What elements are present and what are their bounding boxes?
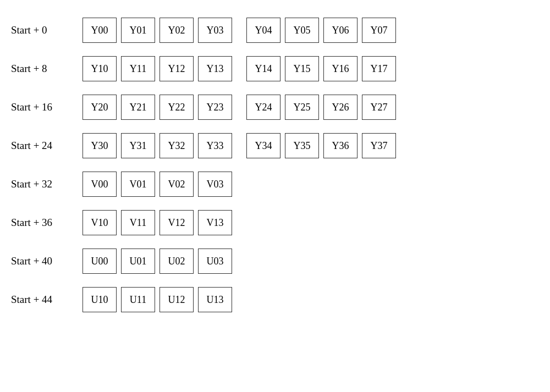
register-cell: Y20 (82, 95, 117, 120)
register-cell: Y27 (362, 95, 396, 120)
register-cell: U02 (160, 249, 194, 274)
cells-inner: Y00Y01Y02Y03Y04Y05Y06Y07 (82, 18, 544, 43)
table-row: Start + 24Y30Y31Y32Y33Y34Y35Y36Y37 (6, 126, 544, 165)
table-row: Start + 16Y20Y21Y22Y23Y24Y25Y26Y27 (6, 88, 544, 126)
register-cell: V11 (121, 210, 155, 235)
register-cell: Y31 (121, 133, 155, 158)
register-cell: V10 (82, 210, 117, 235)
register-cell: V02 (160, 172, 194, 197)
register-cell: Y25 (285, 95, 319, 120)
main-table: Start + 0Y00Y01Y02Y03Y04Y05Y06Y07Start +… (6, 11, 544, 319)
register-cell: Y35 (285, 133, 319, 158)
register-cell: U13 (198, 287, 232, 312)
table-row: Start + 40U00U01U02U03 (6, 242, 544, 280)
row-label: Start + 32 (6, 165, 82, 203)
register-cell: Y01 (121, 18, 155, 43)
row-label: Start + 8 (6, 49, 82, 88)
register-cell: V12 (160, 210, 194, 235)
table-row: Start + 0Y00Y01Y02Y03Y04Y05Y06Y07 (6, 11, 544, 49)
register-cell: V00 (82, 172, 117, 197)
row-label: Start + 40 (6, 242, 82, 280)
table-row: Start + 36V10V11V12V13 (6, 203, 544, 242)
cells-group: Y00Y01Y02Y03Y04Y05Y06Y07 (82, 11, 544, 49)
cells-inner: U00U01U02U03 (82, 249, 544, 274)
cells-group: U10U11U12U13 (82, 280, 544, 319)
register-cell: Y14 (246, 56, 280, 81)
register-cell: V03 (198, 172, 232, 197)
register-cell: Y17 (362, 56, 396, 81)
table-row: Start + 32V00V01V02V03 (6, 165, 544, 203)
register-cell: U03 (198, 249, 232, 274)
register-cell: Y00 (82, 18, 117, 43)
cells-inner: V00V01V02V03 (82, 172, 544, 197)
register-cell: Y22 (160, 95, 194, 120)
register-cell: U12 (160, 287, 194, 312)
cells-group: Y10Y11Y12Y13Y14Y15Y16Y17 (82, 49, 544, 88)
cells-group: V00V01V02V03 (82, 165, 544, 203)
register-cell: Y21 (121, 95, 155, 120)
register-cell: U01 (121, 249, 155, 274)
cells-inner: Y10Y11Y12Y13Y14Y15Y16Y17 (82, 56, 544, 81)
register-cell: Y12 (160, 56, 194, 81)
row-label: Start + 0 (6, 11, 82, 49)
register-cell: Y05 (285, 18, 319, 43)
register-cell: U00 (82, 249, 117, 274)
cells-group: Y20Y21Y22Y23Y24Y25Y26Y27 (82, 88, 544, 126)
register-cell: V01 (121, 172, 155, 197)
cells-inner: U10U11U12U13 (82, 287, 544, 312)
register-cell: Y37 (362, 133, 396, 158)
cells-inner: Y30Y31Y32Y33Y34Y35Y36Y37 (82, 133, 544, 158)
row-label: Start + 36 (6, 203, 82, 242)
register-cell: U11 (121, 287, 155, 312)
cells-inner: V10V11V12V13 (82, 210, 544, 235)
register-cell: Y30 (82, 133, 117, 158)
register-cell: Y11 (121, 56, 155, 81)
cells-inner: Y20Y21Y22Y23Y24Y25Y26Y27 (82, 95, 544, 120)
table-row: Start + 8Y10Y11Y12Y13Y14Y15Y16Y17 (6, 49, 544, 88)
register-cell: Y36 (323, 133, 358, 158)
row-label: Start + 16 (6, 88, 82, 126)
register-cell: Y07 (362, 18, 396, 43)
register-cell: Y33 (198, 133, 232, 158)
register-cell: Y34 (246, 133, 280, 158)
register-cell: V13 (198, 210, 232, 235)
register-cell: Y13 (198, 56, 232, 81)
register-cell: Y24 (246, 95, 280, 120)
cells-group: U00U01U02U03 (82, 242, 544, 280)
register-cell: Y10 (82, 56, 117, 81)
table-row: Start + 44U10U11U12U13 (6, 280, 544, 319)
register-cell: Y04 (246, 18, 280, 43)
register-cell: Y03 (198, 18, 232, 43)
register-cell: Y16 (323, 56, 358, 81)
cells-group: Y30Y31Y32Y33Y34Y35Y36Y37 (82, 126, 544, 165)
register-cell: Y02 (160, 18, 194, 43)
row-label: Start + 24 (6, 126, 82, 165)
register-cell: Y15 (285, 56, 319, 81)
register-cell: Y26 (323, 95, 358, 120)
register-cell: Y06 (323, 18, 358, 43)
register-cell: Y32 (160, 133, 194, 158)
register-cell: Y23 (198, 95, 232, 120)
row-label: Start + 44 (6, 280, 82, 319)
register-cell: U10 (82, 287, 117, 312)
cells-group: V10V11V12V13 (82, 203, 544, 242)
